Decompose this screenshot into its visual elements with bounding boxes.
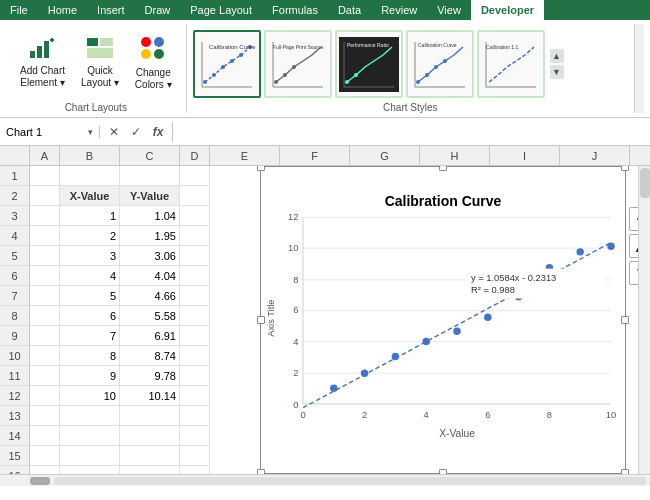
cell-c2[interactable]: Y-Value — [120, 186, 180, 206]
col-header-c[interactable]: C — [120, 146, 180, 165]
cell-c8[interactable]: 5.58 — [120, 306, 180, 326]
cell-b5[interactable]: 3 — [60, 246, 120, 266]
cell-d6[interactable] — [180, 266, 210, 286]
chart-style-nav-up[interactable]: ▲ — [550, 49, 564, 63]
tab-developer[interactable]: Developer — [471, 0, 544, 20]
cell-b10[interactable]: 8 — [60, 346, 120, 366]
formula-accept-btn[interactable]: ✓ — [126, 122, 146, 142]
row-num-6[interactable]: 6 — [0, 266, 29, 286]
chart-style-nav-down[interactable]: ▼ — [550, 65, 564, 79]
col-header-i[interactable]: I — [490, 146, 560, 165]
tab-review[interactable]: Review — [371, 0, 427, 20]
tab-draw[interactable]: Draw — [135, 0, 181, 20]
cell-b1[interactable] — [60, 166, 120, 186]
handle-bm[interactable] — [439, 469, 447, 474]
cell-d13[interactable] — [180, 406, 210, 426]
cell-a1[interactable] — [30, 166, 60, 186]
cell-c7[interactable]: 4.66 — [120, 286, 180, 306]
cell-d9[interactable] — [180, 326, 210, 346]
row-num-14[interactable]: 14 — [0, 426, 29, 446]
chart-style-4[interactable]: Calibration Curve — [406, 30, 474, 98]
cell-d4[interactable] — [180, 226, 210, 246]
chart-style-2[interactable]: Full-Page Print Source — [264, 30, 332, 98]
row-num-13[interactable]: 13 — [0, 406, 29, 426]
row-num-10[interactable]: 10 — [0, 346, 29, 366]
ribbon-scrollbar[interactable] — [634, 24, 644, 113]
cell-c1[interactable] — [120, 166, 180, 186]
cell-b8[interactable]: 6 — [60, 306, 120, 326]
change-colors-button[interactable]: ChangeColors ▾ — [129, 33, 178, 93]
chart-style-5[interactable]: Calibration 1.1 — [477, 30, 545, 98]
chart-style-3[interactable]: Performance Ratio — [335, 30, 403, 98]
row-num-12[interactable]: 12 — [0, 386, 29, 406]
row-num-1[interactable]: 1 — [0, 166, 29, 186]
cell-c12[interactable]: 10.14 — [120, 386, 180, 406]
cell-c3[interactable]: 1.04 — [120, 206, 180, 226]
horizontal-scrollbar[interactable] — [0, 474, 650, 486]
cell-c11[interactable]: 9.78 — [120, 366, 180, 386]
chart-filter-btn[interactable]: ▽ — [629, 261, 638, 285]
cell-c5[interactable]: 3.06 — [120, 246, 180, 266]
row-num-16[interactable]: 16 — [0, 466, 29, 474]
cell-d14[interactable] — [180, 426, 210, 446]
cell-c13[interactable] — [120, 406, 180, 426]
cell-c4[interactable]: 1.95 — [120, 226, 180, 246]
handle-tr[interactable] — [621, 166, 629, 171]
handle-tl[interactable] — [257, 166, 265, 171]
cell-b4[interactable]: 2 — [60, 226, 120, 246]
cell-c16[interactable] — [120, 466, 180, 474]
chart-style-btn[interactable]: 🖌 — [629, 234, 638, 258]
cell-a16[interactable] — [30, 466, 60, 474]
row-num-4[interactable]: 4 — [0, 226, 29, 246]
tab-formulas[interactable]: Formulas — [262, 0, 328, 20]
row-num-5[interactable]: 5 — [0, 246, 29, 266]
cell-a6[interactable] — [30, 266, 60, 286]
cell-d11[interactable] — [180, 366, 210, 386]
row-num-7[interactable]: 7 — [0, 286, 29, 306]
cell-a12[interactable] — [30, 386, 60, 406]
cell-a9[interactable] — [30, 326, 60, 346]
handle-br[interactable] — [621, 469, 629, 474]
col-header-g[interactable]: G — [350, 146, 420, 165]
cell-a3[interactable] — [30, 206, 60, 226]
cell-a5[interactable] — [30, 246, 60, 266]
cell-b3[interactable]: 1 — [60, 206, 120, 226]
cell-c6[interactable]: 4.04 — [120, 266, 180, 286]
col-header-a[interactable]: A — [30, 146, 60, 165]
cell-a10[interactable] — [30, 346, 60, 366]
cell-a4[interactable] — [30, 226, 60, 246]
handle-ml[interactable] — [257, 316, 265, 324]
col-header-b[interactable]: B — [60, 146, 120, 165]
cell-a7[interactable] — [30, 286, 60, 306]
row-num-9[interactable]: 9 — [0, 326, 29, 346]
col-header-e[interactable]: E — [210, 146, 280, 165]
cell-d15[interactable] — [180, 446, 210, 466]
col-header-f[interactable]: F — [280, 146, 350, 165]
cell-a14[interactable] — [30, 426, 60, 446]
cell-b2[interactable]: X-Value — [60, 186, 120, 206]
tab-file[interactable]: File — [0, 0, 38, 20]
tab-insert[interactable]: Insert — [87, 0, 135, 20]
cell-b16[interactable] — [60, 466, 120, 474]
tab-data[interactable]: Data — [328, 0, 371, 20]
cell-d7[interactable] — [180, 286, 210, 306]
row-num-8[interactable]: 8 — [0, 306, 29, 326]
cell-b14[interactable] — [60, 426, 120, 446]
name-box[interactable]: Chart 1 ▾ — [0, 126, 100, 138]
cell-d12[interactable] — [180, 386, 210, 406]
cell-a2[interactable] — [30, 186, 60, 206]
col-header-j[interactable]: J — [560, 146, 630, 165]
row-num-11[interactable]: 11 — [0, 366, 29, 386]
col-header-h[interactable]: H — [420, 146, 490, 165]
cell-a13[interactable] — [30, 406, 60, 426]
handle-tm[interactable] — [439, 166, 447, 171]
chart-style-1[interactable]: Calibration Curve — [193, 30, 261, 98]
col-header-d[interactable]: D — [180, 146, 210, 165]
cell-c10[interactable]: 8.74 — [120, 346, 180, 366]
handle-bl[interactable] — [257, 469, 265, 474]
cell-b11[interactable]: 9 — [60, 366, 120, 386]
cell-d1[interactable] — [180, 166, 210, 186]
cell-d2[interactable] — [180, 186, 210, 206]
handle-mr[interactable] — [621, 316, 629, 324]
row-num-3[interactable]: 3 — [0, 206, 29, 226]
